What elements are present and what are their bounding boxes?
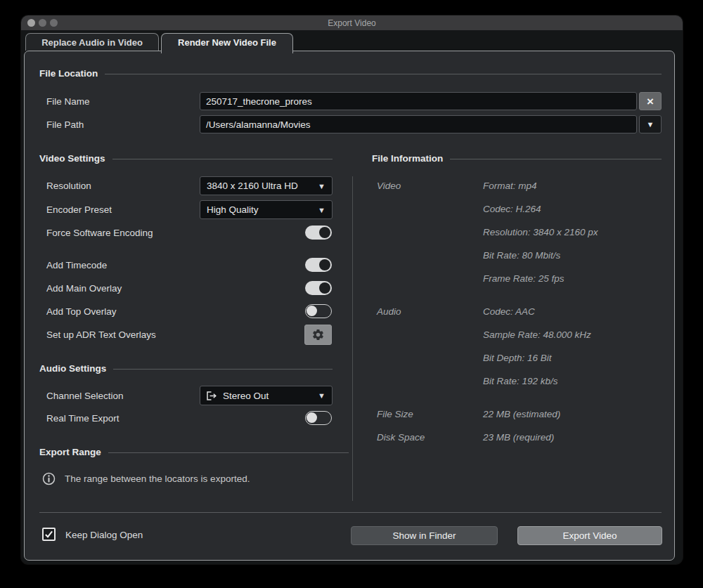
file-path-input[interactable]: [200, 115, 637, 133]
add-top-overlay-label: Add Top Overlay: [46, 306, 117, 317]
show-in-finder-button[interactable]: Show in Finder: [351, 526, 498, 545]
adr-text-overlays-label: Set up ADR Text Overlays: [46, 329, 156, 340]
fi-video-label: Video: [377, 181, 401, 191]
audio-settings-section-header: Audio Settings: [39, 363, 333, 374]
chevron-down-icon: ▼: [318, 182, 325, 190]
fi-video-resolution: Resolution: 3840 x 2160 px: [483, 227, 598, 237]
add-main-overlay-label: Add Main Overlay: [46, 283, 122, 294]
export-video-window: Export Video Replace Audio in Video Rend…: [21, 15, 683, 564]
adr-settings-button[interactable]: [304, 325, 332, 345]
chevron-down-icon: ▼: [318, 391, 325, 400]
dialog-panel: File Location File Name × File Path ▼ Vi…: [24, 51, 675, 561]
fi-video-framerate: Frame Rate: 25 fps: [483, 273, 565, 284]
file-path-dropdown-button[interactable]: ▼: [639, 115, 662, 133]
file-name-input[interactable]: [200, 92, 637, 110]
fi-audio-label: Audio: [377, 306, 401, 317]
info-icon: [42, 472, 56, 485]
clear-icon: ×: [647, 96, 654, 107]
resolution-select[interactable]: 3840 x 2160 Ultra HD ▼: [200, 176, 333, 195]
file-name-label: File Name: [46, 96, 90, 107]
fi-video-codec: Codec: H.264: [483, 204, 541, 214]
add-main-overlay-toggle[interactable]: [305, 281, 332, 295]
tab-render-new-video-file[interactable]: Render New Video File: [161, 33, 293, 53]
file-information-section-header: File Information: [372, 153, 662, 164]
fi-audio-samplerate: Sample Rate: 48.000 kHz: [483, 329, 591, 340]
export-range-info-text: The range between the locators is export…: [65, 473, 250, 484]
checkmark-icon: [44, 530, 53, 539]
video-settings-section-header: Video Settings: [39, 153, 333, 164]
fi-video-bitrate: Bit Rate: 80 Mbit/s: [483, 250, 560, 261]
encoder-preset-label: Encoder Preset: [46, 204, 112, 215]
keep-dialog-open-label: Keep Dialog Open: [65, 530, 143, 540]
keep-dialog-open-checkbox[interactable]: [42, 528, 56, 541]
chevron-down-icon: ▼: [647, 120, 654, 129]
fi-audio-bitrate: Bit Rate: 192 kb/s: [483, 376, 558, 386]
real-time-export-toggle[interactable]: [305, 411, 332, 425]
add-timecode-toggle[interactable]: [305, 258, 332, 272]
channel-selection-label: Channel Selection: [46, 391, 124, 401]
chevron-down-icon: ▼: [318, 206, 325, 214]
fi-diskspace-label: Disk Space: [377, 432, 425, 443]
window-title: Export Video: [21, 18, 683, 28]
file-path-label: File Path: [46, 119, 84, 130]
clear-file-name-button[interactable]: ×: [639, 92, 662, 110]
export-range-info: The range between the locators is export…: [42, 472, 250, 485]
fi-audio-bitdepth: Bit Depth: 16 Bit: [483, 353, 552, 363]
force-software-encoding-label: Force Software Encoding: [46, 228, 153, 238]
fi-video-format: Format: mp4: [483, 181, 537, 191]
fi-filesize-label: File Size: [377, 409, 413, 419]
encoder-preset-select[interactable]: High Quality ▼: [200, 200, 333, 219]
fi-filesize-value: 22 MB (estimated): [483, 409, 560, 419]
title-bar: Export Video: [21, 15, 683, 30]
fi-audio-codec: Codec: AAC: [483, 306, 535, 317]
output-bus-icon: [207, 391, 217, 400]
export-range-section-header: Export Range: [39, 447, 349, 457]
footer-separator: [39, 512, 662, 513]
resolution-label: Resolution: [46, 181, 91, 191]
tab-replace-audio-in-video[interactable]: Replace Audio in Video: [25, 33, 159, 51]
add-timecode-label: Add Timecode: [46, 260, 107, 270]
gear-icon: [311, 328, 325, 341]
column-divider: [352, 176, 353, 501]
real-time-export-label: Real Time Export: [46, 413, 120, 424]
export-video-button[interactable]: Export Video: [517, 526, 662, 545]
file-location-section-header: File Location: [39, 68, 662, 79]
fi-diskspace-value: 23 MB (required): [483, 432, 554, 443]
add-top-overlay-toggle[interactable]: [305, 304, 332, 318]
force-software-encoding-toggle[interactable]: [305, 226, 332, 240]
channel-selection-select[interactable]: Stereo Out ▼: [200, 386, 333, 405]
